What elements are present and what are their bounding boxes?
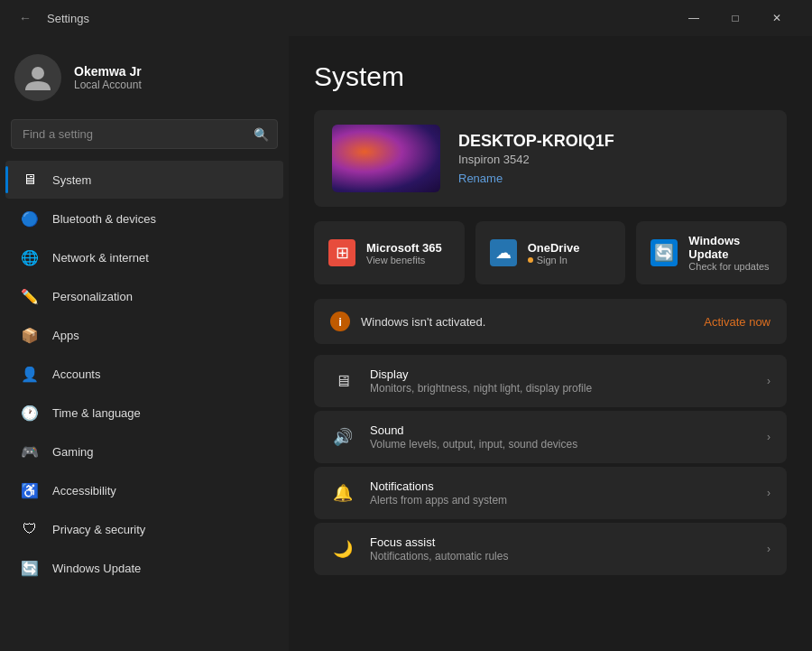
profile-section[interactable]: Okemwa Jr Local Account [0,36,289,116]
si-icon-focus: 🌙 [330,536,355,562]
rename-button[interactable]: Rename [458,172,769,185]
maximize-button[interactable]: □ [715,4,756,33]
minimize-button[interactable]: — [673,4,715,33]
main-content: System DESKTOP-KROIQ1F Inspiron 3542 Ren… [289,36,812,651]
close-button[interactable]: ✕ [756,4,798,33]
qa-text-ms365: Microsoft 365 View benefits [366,241,442,265]
sidebar-item-gaming[interactable]: 🎮 Gaming [5,432,283,470]
si-title-focus: Focus assist [370,535,752,549]
nav-label-time: Time & language [52,406,141,420]
nav-label-apps: Apps [52,329,79,342]
nav-icon-gaming: 🎮 [20,442,40,461]
si-title-notifications: Notifications [370,479,752,493]
nav-list: 🖥 System 🔵 Bluetooth & devices 🌐 Network… [0,160,289,588]
settings-list: 🖥 Display Monitors, brightness, night li… [314,355,787,577]
sidebar-item-bluetooth[interactable]: 🔵 Bluetooth & devices [5,200,283,237]
si-text-focus: Focus assist Notifications, automatic ru… [370,535,752,563]
nav-label-gaming: Gaming [52,445,94,459]
nav-label-privacy: Privacy & security [52,523,145,536]
chevron-icon-sound: › [767,431,770,443]
si-sub-display: Monitors, brightness, night light, displ… [370,382,752,395]
nav-label-network: Network & internet [52,251,149,265]
nav-label-bluetooth: Bluetooth & devices [52,212,156,226]
nav-label-accounts: Accounts [52,367,100,381]
settings-item-notifications[interactable]: 🔔 Notifications Alerts from apps and sys… [314,467,787,519]
device-model: Inspiron 3542 [458,153,769,166]
status-dot [528,257,533,263]
nav-label-system: System [52,173,91,187]
title-bar-left: ← Settings [14,7,89,29]
back-button[interactable]: ← [14,7,36,29]
nav-icon-winupdate: 🔄 [20,558,40,578]
sidebar-item-system[interactable]: 🖥 System [5,161,283,199]
si-text-display: Display Monitors, brightness, night ligh… [370,367,752,395]
search-input[interactable] [11,119,278,149]
settings-item-focus[interactable]: 🌙 Focus assist Notifications, automatic … [314,523,787,575]
si-text-sound: Sound Volume levels, output, input, soun… [370,423,752,451]
nav-icon-accounts: 👤 [20,364,40,384]
sidebar-item-apps[interactable]: 📦 Apps [5,316,283,354]
si-sub-focus: Notifications, automatic rules [370,550,752,563]
device-image-inner [332,125,440,192]
app-body: Okemwa Jr Local Account 🔍 🖥 System 🔵 Blu… [0,36,812,651]
device-card: DESKTOP-KROIQ1F Inspiron 3542 Rename [314,110,787,207]
device-image [332,125,440,192]
activate-now-link[interactable]: Activate now [704,315,770,329]
nav-label-winupdate: Windows Update [52,562,141,575]
svg-point-0 [32,67,44,79]
nav-icon-personalization: ✏️ [20,286,40,306]
sidebar-item-accounts[interactable]: 👤 Accounts [5,355,283,393]
qa-title-ms365: Microsoft 365 [366,241,442,255]
app-title: Settings [47,12,89,25]
chevron-icon-notifications: › [767,487,770,499]
qa-icon-ms365: ⊞ [328,239,355,266]
qa-sub-winupdate: Check for updates [688,261,772,272]
si-text-notifications: Notifications Alerts from apps and syste… [370,479,752,507]
qa-title-winupdate: Windows Update [688,234,772,261]
si-icon-display: 🖥 [330,368,355,394]
nav-icon-bluetooth: 🔵 [20,209,40,228]
chevron-icon-display: › [767,375,770,387]
sidebar-item-time[interactable]: 🕐 Time & language [5,394,283,432]
si-title-display: Display [370,367,752,381]
nav-label-accessibility: Accessibility [52,484,116,498]
qa-title-onedrive: OneDrive [528,241,580,255]
quick-actions: ⊞ Microsoft 365 View benefits ☁ OneDrive… [314,221,787,284]
nav-icon-time: 🕐 [20,403,40,423]
user-avatar-icon [22,61,54,94]
chevron-icon-focus: › [767,543,770,555]
sidebar-item-network[interactable]: 🌐 Network & internet [5,238,283,276]
sidebar-item-privacy[interactable]: 🛡 Privacy & security [5,510,283,548]
sidebar-item-accessibility[interactable]: ♿ Accessibility [5,471,283,509]
si-icon-sound: 🔊 [330,424,355,450]
quick-action-ms365[interactable]: ⊞ Microsoft 365 View benefits [314,221,465,284]
si-title-sound: Sound [370,423,752,437]
qa-icon-onedrive: ☁ [490,239,517,266]
profile-name: Okemwa Jr [74,64,142,79]
si-icon-notifications: 🔔 [330,480,355,506]
qa-sub-ms365: View benefits [366,255,442,265]
settings-item-display[interactable]: 🖥 Display Monitors, brightness, night li… [314,355,787,407]
nav-icon-apps: 📦 [20,325,40,345]
avatar [14,54,61,101]
page-title: System [314,61,787,92]
device-info: DESKTOP-KROIQ1F Inspiron 3542 Rename [458,132,769,185]
nav-icon-system: 🖥 [20,170,40,190]
activation-text: Windows isn't activated. [361,315,485,329]
sidebar-item-winupdate[interactable]: 🔄 Windows Update [5,549,283,587]
profile-info: Okemwa Jr Local Account [74,64,142,91]
si-sub-notifications: Alerts from apps and system [370,494,752,507]
qa-text-onedrive: OneDrive Sign In [528,241,580,265]
nav-icon-privacy: 🛡 [20,519,40,539]
quick-action-winupdate[interactable]: 🔄 Windows Update Check for updates [636,221,787,284]
warning-icon: i [330,312,350,331]
device-name: DESKTOP-KROIQ1F [458,132,769,151]
profile-account-type: Local Account [74,79,142,91]
qa-text-winupdate: Windows Update Check for updates [688,234,772,272]
nav-label-personalization: Personalization [52,290,133,303]
sidebar-item-personalization[interactable]: ✏️ Personalization [5,277,283,315]
quick-action-onedrive[interactable]: ☁ OneDrive Sign In [475,221,626,284]
title-bar: ← Settings — □ ✕ [0,0,812,36]
window-controls: — □ ✕ [673,4,798,33]
settings-item-sound[interactable]: 🔊 Sound Volume levels, output, input, so… [314,411,787,463]
